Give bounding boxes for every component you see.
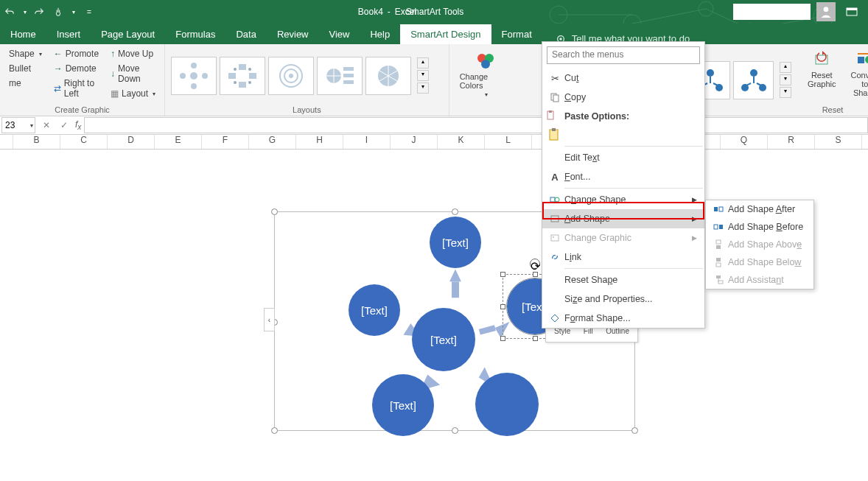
resize-handle[interactable] [533,336,538,341]
redo-icon[interactable] [32,5,46,18]
tab-formulas[interactable]: Formulas [165,24,225,44]
tab-home[interactable]: Home [0,24,46,44]
demote-button[interactable]: →Demote [51,62,102,75]
ribbon-group-layouts: ▴ ▾ ▾ Layouts [165,44,449,116]
col-header[interactable]: E [155,135,202,149]
style-thumb[interactable] [733,61,774,99]
resize-handle[interactable] [500,336,505,341]
col-header[interactable]: I [343,135,391,149]
smartart-node[interactable]: [Text] [372,374,434,436]
resize-handle[interactable] [452,208,458,215]
smartart-node-center[interactable]: [Text] [412,308,475,371]
undo-icon[interactable] [3,5,16,18]
layouts-more[interactable]: ▾ [417,82,429,94]
smartart-node[interactable]: [Text] [349,284,400,336]
reset-graphic-button[interactable]: ResetGraphic [803,47,841,104]
menu-copy[interactable]: Copy [542,88,704,107]
cancel-icon[interactable]: ✕ [38,117,55,133]
menu-size-properties[interactable]: Size and Properties... [542,289,704,309]
group-label: Reset [803,104,862,116]
layout-thumb[interactable] [365,57,411,95]
name-box[interactable]: 23▾ [1,117,35,133]
svg-point-0 [550,6,567,24]
text-pane-toggle[interactable]: ‹ [264,308,275,331]
menu-edit-text[interactable]: Edit Text [542,148,704,167]
rotate-handle[interactable]: ⟳ [530,259,540,269]
svg-rect-7 [847,8,857,10]
resize-handle[interactable] [452,427,458,434]
enter-icon[interactable]: ✓ [56,117,72,133]
menu-paste-option[interactable] [542,125,704,144]
resize-handle[interactable] [631,427,638,434]
layout-thumb[interactable] [220,57,265,95]
styles-scroll-up[interactable]: ▴ [780,62,791,73]
user-avatar-icon[interactable] [816,2,836,21]
resize-handle[interactable] [271,208,278,215]
menu-link[interactable]: Link [542,247,704,267]
touch-mode-icon[interactable] [52,5,65,18]
smartart-node[interactable]: [Text] [430,217,481,268]
contextual-tab-label: SmartArt Tools [368,7,501,17]
account-signin-box[interactable] [733,4,811,20]
ribbon-group-reset: ResetGraphic Convertto Shape Reset [797,44,868,116]
ribbon-display-options-icon[interactable] [841,4,862,20]
move-down-button[interactable]: ↓Move Down [108,62,158,85]
convert-button[interactable]: Convertto Shape [847,47,868,104]
move-up-button[interactable]: ↑Move Up [108,47,158,60]
col-header[interactable]: H [296,135,343,149]
resize-handle[interactable] [533,272,538,277]
svg-point-20 [248,68,251,71]
layouts-scroll-down[interactable]: ▾ [417,70,429,81]
add-shape-submenu: Add Shape After Add Shape Before Add Sha… [705,200,814,289]
col-header[interactable]: Q [721,135,768,149]
menu-reset-shape[interactable]: Reset Shape [542,270,704,289]
tab-insert[interactable]: Insert [46,24,91,44]
tab-review[interactable]: Review [267,24,319,44]
col-header[interactable]: K [438,135,485,149]
text-pane-button[interactable]: me [6,77,45,90]
col-header[interactable]: R [768,135,815,149]
resize-handle[interactable] [500,304,505,309]
menu-change-shape[interactable]: Change Shape▶ [542,190,704,209]
fx-icon[interactable]: fx [75,119,81,131]
styles-more[interactable]: ▾ [780,87,791,98]
resize-handle[interactable] [271,427,278,434]
add-bullet-button[interactable]: Bullet [6,62,45,75]
col-header[interactable]: C [60,135,108,149]
tab-page-layout[interactable]: Page Layout [91,24,165,44]
col-header[interactable]: F [202,135,249,149]
menu-add-shape[interactable]: Add Shape▶ [542,209,704,228]
add-shape-button[interactable]: Shape▾ [6,47,45,60]
col-header[interactable]: S [815,135,862,149]
menu-search-input[interactable]: Search the menus [547,46,700,64]
right-to-left-button[interactable]: ⇄Right to Left [51,77,102,100]
change-colors-button[interactable]: Change Colors▾ [455,47,516,113]
tab-smartart-design[interactable]: SmartArt Design [400,24,491,44]
col-header[interactable]: D [108,135,155,149]
svg-rect-73 [716,275,721,278]
col-header[interactable]: B [13,135,60,149]
layout-button[interactable]: ▦Layout▾ [108,87,158,100]
menu-cut[interactable]: ✂Cut [542,69,704,88]
layout-thumb[interactable] [171,57,217,95]
promote-button[interactable]: ←Promote [51,47,102,60]
col-header[interactable]: L [485,135,532,149]
layout-thumb[interactable] [317,57,363,95]
col-header[interactable]: J [391,135,438,149]
smartart-node[interactable] [475,373,539,436]
layouts-scroll-up[interactable]: ▴ [417,57,429,69]
layout-thumb[interactable] [268,57,314,95]
resize-handle[interactable] [500,272,505,277]
menu-font[interactable]: AFont... [542,167,704,186]
formula-input[interactable] [84,117,868,133]
submenu-add-before[interactable]: Add Shape Before [706,218,813,236]
tab-view[interactable]: View [319,24,360,44]
col-header[interactable]: G [249,135,296,149]
tab-help[interactable]: Help [360,24,400,44]
submenu-add-after[interactable]: Add Shape After [706,200,813,218]
tab-data[interactable]: Data [225,24,266,44]
format-shape-icon [545,313,564,323]
menu-format-shape[interactable]: Format Shape... [542,309,704,328]
styles-scroll-down[interactable]: ▾ [780,74,791,85]
tab-format[interactable]: Format [491,24,542,44]
